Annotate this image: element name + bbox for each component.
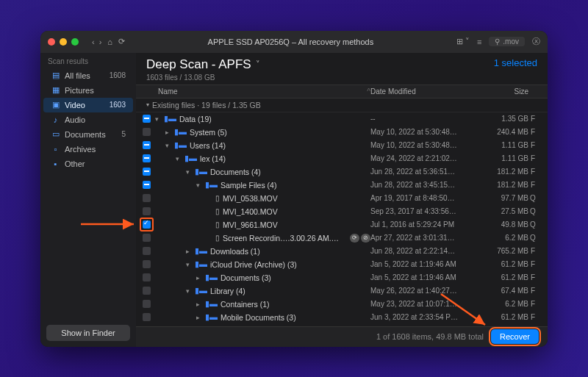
other-icon: ▪ — [51, 159, 60, 168]
row-checkbox[interactable] — [136, 194, 151, 202]
row-kind: F — [528, 168, 537, 176]
row-date: May 10, 2022 at 5:30:48… — [370, 128, 481, 136]
sidebar-item-all-files[interactable]: ▤ All files 1608 — [43, 68, 133, 83]
view-icon[interactable]: ⊞ ˅ — [456, 37, 470, 46]
disclosure-icon[interactable]: ▸ — [196, 301, 202, 308]
row-date: Jan 5, 2022 at 1:19:46 AM — [370, 273, 481, 281]
search-field[interactable]: ⚲ .mov — [489, 37, 525, 46]
table-row[interactable]: ▾ ▮▬ Users (14) May 10, 2022 at 5:30:48…… — [136, 139, 548, 152]
row-size: 181.2 MB — [481, 168, 528, 176]
row-kind: F — [528, 141, 537, 149]
row-checkbox[interactable] — [136, 260, 151, 268]
row-checkbox[interactable] — [136, 168, 151, 176]
back-button[interactable]: ‹ — [92, 37, 95, 46]
disclosure-icon[interactable]: ▾ — [196, 182, 202, 189]
status-text: 1 of 1608 items, 49.8 MB total — [376, 332, 484, 341]
table-row[interactable]: ▾ ▮▬ Sample Files (4) Jun 28, 2022 at 3:… — [136, 179, 548, 192]
table-row[interactable]: ▾ ▮▬ iCloud Drive (Archive) (3) Jan 5, 2… — [136, 258, 548, 271]
folder-icon: ▮▬ — [195, 246, 207, 256]
table-row[interactable]: ▯ MVI_9661.MOV Jul 1, 2016 at 5:29:24 PM… — [136, 218, 548, 231]
row-date: Apr 27, 2022 at 3:01:31… — [370, 234, 481, 242]
sidebar-item-video[interactable]: ▣ Video 1603 — [43, 98, 133, 112]
table-row[interactable]: ▾ ▮▬ Documents (4) Jun 28, 2022 at 5:36:… — [136, 165, 548, 179]
disclosure-icon[interactable]: ▸ — [186, 248, 192, 255]
sidebar-heading: Scan results — [40, 53, 136, 68]
folder-icon: ▮▬ — [174, 127, 187, 137]
col-name[interactable]: Name^ — [158, 87, 370, 96]
table-row[interactable]: ▸ ▮▬ Mobile Documents (3) Jun 3, 2022 at… — [136, 311, 548, 324]
file-list[interactable]: ▾ Existing files · 19 files / 1.35 GB ▾ … — [136, 98, 548, 326]
row-checkbox[interactable] — [136, 115, 151, 123]
disclosure-icon[interactable]: ▸ — [196, 314, 202, 321]
row-checkbox[interactable] — [136, 313, 151, 321]
disclosure-icon[interactable]: ▾ — [155, 115, 161, 123]
row-checkbox[interactable] — [136, 128, 151, 136]
zoom-icon[interactable] — [71, 38, 79, 46]
table-row[interactable]: ▯ MVI_0538.MOV Apr 19, 2017 at 8:48:50… … — [136, 192, 548, 205]
col-size[interactable]: Size — [481, 87, 528, 96]
row-date: Jun 28, 2022 at 5:36:51… — [370, 168, 481, 176]
forward-button[interactable]: › — [99, 37, 102, 46]
row-checkbox[interactable] — [136, 181, 151, 189]
disclosure-icon[interactable]: ▾ — [186, 168, 192, 176]
table-row[interactable]: ▸ ▮▬ Documents (3) Jan 5, 2022 at 1:19:4… — [136, 271, 548, 284]
archives-icon: ▫ — [51, 145, 60, 153]
row-checkbox[interactable] — [136, 207, 151, 215]
disclosure-icon[interactable]: ▾ — [165, 142, 171, 149]
row-checkbox[interactable] — [136, 220, 151, 229]
table-row[interactable]: ▾ ▮▬ Data (19) -- 1.35 GB F — [136, 112, 548, 126]
minimize-icon[interactable] — [60, 38, 67, 46]
clear-search-icon[interactable]: ⓧ — [532, 36, 540, 47]
files-icon: ▤ — [51, 71, 60, 79]
table-row[interactable]: ▸ ▮▬ Containers (1) May 23, 2022 at 10:0… — [136, 298, 548, 311]
section-header[interactable]: ▾ Existing files · 19 files / 1.35 GB — [136, 98, 548, 112]
row-checkbox[interactable] — [136, 287, 151, 295]
close-icon[interactable] — [48, 38, 55, 46]
show-in-finder-button[interactable]: Show in Finder — [46, 325, 130, 341]
sidebar-item-pictures[interactable]: ▦ Pictures — [43, 83, 133, 98]
row-checkbox[interactable] — [136, 247, 151, 255]
sidebar-item-archives[interactable]: ▫ Archives — [43, 142, 133, 157]
disclosure-icon[interactable]: ▸ — [196, 274, 202, 281]
sidebar-item-label: Video — [65, 101, 85, 109]
row-checkbox[interactable] — [136, 300, 151, 308]
table-row[interactable]: ▸ ▮▬ Downloads (1) Jun 28, 2022 at 2:22:… — [136, 245, 548, 258]
table-row[interactable]: ▸ ▮▬ System (5) May 10, 2022 at 5:30:48…… — [136, 126, 548, 139]
row-checkbox[interactable] — [136, 273, 151, 281]
audio-icon: ♪ — [51, 115, 60, 123]
file-icon: ▯ — [215, 220, 220, 229]
row-name: Mobile Documents (3) — [220, 313, 296, 322]
page-title[interactable]: Deep Scan - APFS ˅ — [146, 57, 260, 72]
sidebar-item-other[interactable]: ▪ Other — [43, 157, 133, 171]
disclosure-icon[interactable]: ▾ — [186, 287, 192, 295]
row-size: 1.11 GB — [481, 141, 528, 149]
row-checkbox[interactable] — [136, 234, 151, 242]
table-row[interactable]: ▯ Screen Recordin….3.00.26 AM.mov⟳⊘ Apr … — [136, 231, 548, 245]
table-row[interactable]: ▾ ▮▬ Library (4) May 26, 2022 at 1:40:27… — [136, 284, 548, 298]
row-size: 240.4 MB — [481, 128, 528, 136]
table-row[interactable]: ▾ ▮▬ lex (14) May 24, 2022 at 2:21:02… 1… — [136, 152, 548, 165]
table-row[interactable]: ▯ MVI_1400.MOV Sep 23, 2017 at 4:33:56… … — [136, 205, 548, 218]
sidebar-item-label: Documents — [65, 130, 106, 139]
col-date[interactable]: Date Modified — [370, 87, 481, 96]
row-kind: Q — [528, 194, 537, 202]
disclosure-icon[interactable]: ▾ — [186, 261, 192, 268]
row-name: Downloads (1) — [210, 247, 260, 256]
row-size: 6.2 MB — [481, 234, 528, 242]
recover-button[interactable]: Recover — [491, 329, 539, 344]
folder-icon: ▮▬ — [205, 273, 218, 282]
row-kind: F — [528, 247, 537, 255]
home-icon[interactable]: ⌂ — [107, 37, 112, 46]
disclosure-icon[interactable]: ▸ — [165, 129, 171, 136]
sidebar-item-count: 1608 — [110, 71, 126, 79]
sidebar-item-documents[interactable]: ▭ Documents 5 — [43, 127, 133, 142]
filter-icon[interactable]: ≡ — [477, 37, 481, 46]
row-date: Jan 5, 2022 at 1:19:46 AM — [370, 260, 481, 268]
row-checkbox[interactable] — [136, 141, 151, 149]
refresh-icon[interactable]: ⟳ — [118, 37, 125, 46]
disclosure-icon[interactable]: ▾ — [176, 155, 182, 162]
row-checkbox[interactable] — [136, 154, 151, 162]
row-name: System (5) — [190, 128, 227, 137]
sidebar-item-audio[interactable]: ♪ Audio — [43, 112, 133, 127]
row-kind: F — [528, 128, 537, 136]
